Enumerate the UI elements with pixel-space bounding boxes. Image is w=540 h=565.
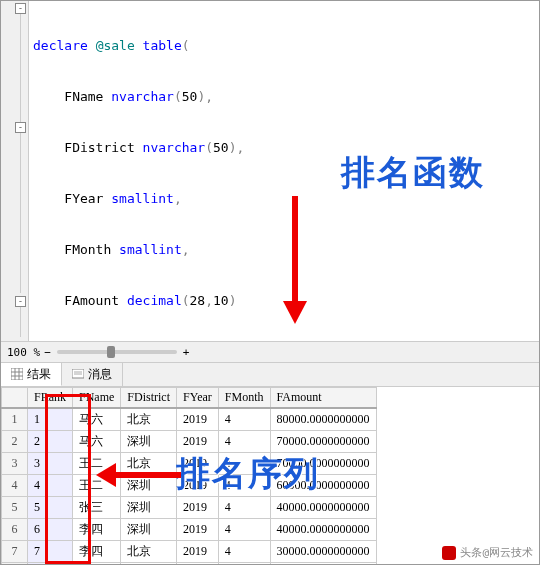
cell[interactable]: 4 <box>28 475 73 497</box>
cell[interactable]: 4 <box>218 408 270 431</box>
col-header[interactable]: FName <box>73 388 121 409</box>
cell[interactable]: 李四 <box>73 541 121 563</box>
cell[interactable]: 深圳 <box>121 475 177 497</box>
cell[interactable]: 2 <box>2 431 28 453</box>
cell[interactable]: 马六 <box>73 408 121 431</box>
cell[interactable]: 王二 <box>73 453 121 475</box>
grid-icon <box>11 368 23 380</box>
message-icon <box>72 369 84 381</box>
col-header[interactable]: FMonth <box>218 388 270 409</box>
cell[interactable]: 40000.0000000000 <box>270 519 376 541</box>
cell[interactable]: 6 <box>2 519 28 541</box>
col-header[interactable]: FAmount <box>270 388 376 409</box>
col-header[interactable]: FDistrict <box>121 388 177 409</box>
zoom-out-icon[interactable]: − <box>44 346 51 359</box>
cell[interactable]: 60000.0000000000 <box>270 475 376 497</box>
cell[interactable]: 李四 <box>73 519 121 541</box>
table-row[interactable]: 22马六深圳2019470000.0000000000 <box>2 431 377 453</box>
table-row[interactable]: 66李四深圳2019440000.0000000000 <box>2 519 377 541</box>
cell[interactable]: 5 <box>28 497 73 519</box>
cell[interactable]: 马六 <box>73 431 121 453</box>
table-row[interactable]: 55张三深圳2019440000.0000000000 <box>2 497 377 519</box>
zoom-level: 100 % <box>7 346 40 359</box>
cell[interactable]: 5 <box>2 497 28 519</box>
cell[interactable]: 北京 <box>121 453 177 475</box>
cell[interactable]: 2019 <box>177 453 219 475</box>
cell[interactable]: 4 <box>218 475 270 497</box>
cell[interactable]: 2 <box>28 431 73 453</box>
fold-guide <box>20 14 21 122</box>
results-grid[interactable]: FRankFNameFDistrictFYearFMonthFAmount 11… <box>1 387 539 565</box>
cell[interactable]: 深圳 <box>121 431 177 453</box>
cell[interactable]: 2019 <box>177 475 219 497</box>
result-tabs: 结果 消息 <box>1 363 539 387</box>
watermark-text: 头条@网云技术 <box>460 545 533 560</box>
cell[interactable]: 1 <box>2 408 28 431</box>
cell[interactable]: 4 <box>218 453 270 475</box>
cell[interactable]: 王二 <box>73 475 121 497</box>
cell[interactable]: 4 <box>218 541 270 563</box>
cell[interactable]: 1 <box>28 408 73 431</box>
cell[interactable]: 张三 <box>73 497 121 519</box>
tab-results-label: 结果 <box>27 366 51 383</box>
cell[interactable]: 40000.0000000000 <box>270 497 376 519</box>
cell[interactable]: 2019 <box>177 541 219 563</box>
fold-gutter: - - - <box>1 1 29 341</box>
zoom-bar: 100 % − + <box>1 341 539 363</box>
table-row[interactable]: 77李四北京2019430000.0000000000 <box>2 541 377 563</box>
svg-rect-0 <box>11 368 23 380</box>
cell[interactable]: 深圳 <box>121 497 177 519</box>
fold-guide <box>20 133 21 293</box>
cell[interactable]: 深圳 <box>121 519 177 541</box>
code-content: declare @sale table( FName nvarchar(50),… <box>33 3 539 341</box>
col-header[interactable]: FYear <box>177 388 219 409</box>
fold-toggle[interactable]: - <box>15 3 26 14</box>
cell[interactable]: 4 <box>218 497 270 519</box>
cell[interactable]: 7 <box>28 541 73 563</box>
cell[interactable]: 80000.0000000000 <box>270 408 376 431</box>
cell[interactable]: 北京 <box>121 408 177 431</box>
fold-toggle[interactable]: - <box>15 122 26 133</box>
cell[interactable]: 70000.0000000000 <box>270 453 376 475</box>
cell[interactable]: 6 <box>28 519 73 541</box>
cell[interactable]: 3 <box>2 453 28 475</box>
cell[interactable]: 2019 <box>177 408 219 431</box>
fold-toggle[interactable]: - <box>15 296 26 307</box>
zoom-slider[interactable] <box>57 350 177 354</box>
col-header[interactable]: FRank <box>28 388 73 409</box>
sql-code-editor[interactable]: - - - declare @sale table( FName nvarcha… <box>1 1 539 341</box>
cell[interactable]: 70000.0000000000 <box>270 431 376 453</box>
fold-guide <box>20 307 21 337</box>
table-row[interactable]: 44王二深圳2019460000.0000000000 <box>2 475 377 497</box>
cell[interactable]: 4 <box>2 475 28 497</box>
table-row[interactable]: 11马六北京2019480000.0000000000 <box>2 408 377 431</box>
cell[interactable]: 4 <box>218 519 270 541</box>
cell[interactable]: 2019 <box>177 519 219 541</box>
tab-results[interactable]: 结果 <box>1 363 62 386</box>
cell[interactable]: 2019 <box>177 431 219 453</box>
cell[interactable]: 30000.0000000000 <box>270 541 376 563</box>
watermark-logo-icon <box>442 546 456 560</box>
tab-messages[interactable]: 消息 <box>62 363 123 386</box>
watermark: 头条@网云技术 <box>442 545 533 560</box>
cell[interactable]: 4 <box>218 431 270 453</box>
table-row[interactable]: 33王二北京2019470000.0000000000 <box>2 453 377 475</box>
cell[interactable]: 2019 <box>177 497 219 519</box>
zoom-thumb[interactable] <box>107 346 115 358</box>
tab-messages-label: 消息 <box>88 366 112 383</box>
cell[interactable]: 7 <box>2 541 28 563</box>
col-header[interactable] <box>2 388 28 409</box>
zoom-in-icon[interactable]: + <box>183 346 190 359</box>
cell[interactable]: 北京 <box>121 541 177 563</box>
cell[interactable]: 3 <box>28 453 73 475</box>
